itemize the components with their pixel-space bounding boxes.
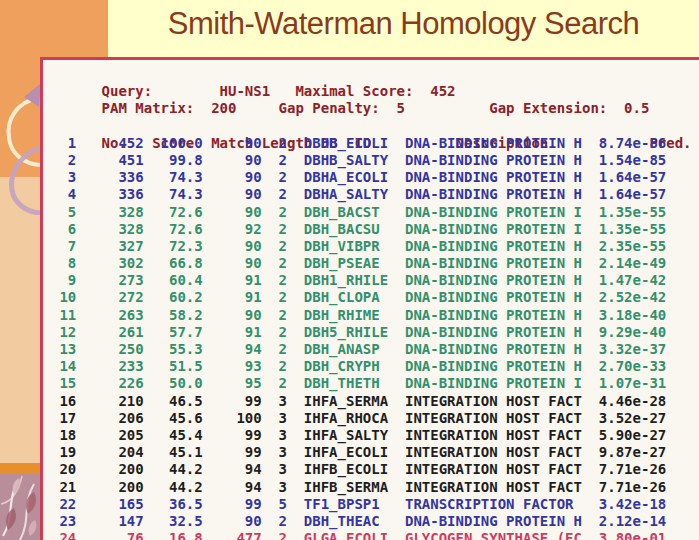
cell-description: DNA-BINDING PROTEIN I — [388, 221, 582, 238]
cell-score: 328 — [76, 204, 143, 221]
cell-id: GLGA_ECOLI — [287, 530, 388, 540]
cell-db: 2 — [262, 324, 287, 341]
cell-match: 57.7 — [144, 324, 203, 341]
cell-db: 2 — [262, 135, 287, 152]
cell-length: 95 — [203, 375, 262, 392]
cell-description: DNA-BINDING PROTEIN H — [388, 238, 582, 255]
cell-pred: 3.18e-40 — [582, 307, 675, 324]
cell-no: 2 — [51, 152, 76, 169]
cell-description: DNA-BINDING PROTEIN H — [388, 135, 582, 152]
cell-description: DNA-BINDING PROTEIN H — [388, 289, 582, 306]
cell-match: 51.5 — [144, 358, 203, 375]
cell-match: 60.2 — [144, 289, 203, 306]
cell-length: 90 — [203, 152, 262, 169]
query-value: HU-NS1 — [220, 83, 296, 100]
cell-score: 328 — [76, 221, 143, 238]
table-row: 2314732.5902DBH_THEACDNA-BINDING PROTEIN… — [51, 513, 699, 530]
cell-length: 94 — [203, 479, 262, 496]
table-row: 1027260.2912DBH_CLOPADNA-BINDING PROTEIN… — [51, 289, 699, 306]
cell-db: 2 — [262, 530, 287, 540]
cell-description: INTEGRATION HOST FACT — [388, 444, 582, 461]
cell-length: 94 — [203, 461, 262, 478]
table-row: 1820545.4993IHFA_SALTYINTEGRATION HOST F… — [51, 427, 699, 444]
cell-id: DBH_BACSU — [287, 221, 388, 238]
cell-description: TRANSCRIPTION FACTOR — [388, 496, 582, 513]
cell-length: 91 — [203, 272, 262, 289]
cell-length: 91 — [203, 289, 262, 306]
cell-no: 19 — [51, 444, 76, 461]
cell-pred: 4.46e-28 — [582, 393, 675, 410]
cell-db: 3 — [262, 393, 287, 410]
cell-description: DNA-BINDING PROTEIN H — [388, 255, 582, 272]
cell-id: IHFB_SERMA — [287, 479, 388, 496]
cell-description: INTEGRATION HOST FACT — [388, 427, 582, 444]
cell-length: 92 — [203, 221, 262, 238]
cell-db: 2 — [262, 255, 287, 272]
cell-score: 452 — [76, 135, 143, 152]
table-row: 1452100.0902DBHB_ECOLIDNA-BINDING PROTEI… — [51, 135, 699, 152]
table-row: 2216536.5995TF1_BPSP1TRANSCRIPTION FACTO… — [51, 496, 699, 513]
table-row: 1522650.0952DBH_THETHDNA-BINDING PROTEIN… — [51, 375, 699, 392]
cell-length: 93 — [203, 358, 262, 375]
cell-id: DBHB_SALTY — [287, 152, 388, 169]
cell-no: 14 — [51, 358, 76, 375]
pam-matrix-label: PAM Matrix: — [102, 100, 212, 117]
query-label: Query: — [102, 83, 220, 100]
cell-id: TF1_BPSP1 — [287, 496, 388, 513]
cell-description: DNA-BINDING PROTEIN H — [388, 272, 582, 289]
cell-description: INTEGRATION HOST FACT — [388, 393, 582, 410]
cell-description: DNA-BINDING PROTEIN H — [388, 186, 582, 203]
cell-length: 477 — [203, 530, 262, 540]
cell-pred: 2.35e-55 — [582, 238, 675, 255]
cell-pred: 3.80e-01 — [582, 530, 675, 540]
cell-no: 15 — [51, 375, 76, 392]
cell-db: 2 — [262, 204, 287, 221]
cell-match: 99.8 — [144, 152, 203, 169]
cell-description: DNA-BINDING PROTEIN H — [388, 152, 582, 169]
floral-pattern-decoration — [0, 474, 41, 540]
gap-extension-label: Gap Extension: — [405, 100, 607, 117]
cell-description: DNA-BINDING PROTEIN H — [388, 169, 582, 186]
cell-no: 7 — [51, 238, 76, 255]
cell-pred: 9.29e-40 — [582, 324, 675, 341]
cell-match: 16.8 — [144, 530, 203, 540]
cell-db: 3 — [262, 410, 287, 427]
cell-score: 302 — [76, 255, 143, 272]
peach-strip-decoration — [0, 177, 41, 463]
cell-no: 20 — [51, 461, 76, 478]
cell-no: 16 — [51, 393, 76, 410]
cell-pred: 1.64e-57 — [582, 186, 675, 203]
cell-score: 200 — [76, 479, 143, 496]
cell-no: 4 — [51, 186, 76, 203]
cell-length: 90 — [203, 255, 262, 272]
cell-match: 36.5 — [144, 496, 203, 513]
cell-match: 72.6 — [144, 204, 203, 221]
cell-no: 8 — [51, 255, 76, 272]
cell-db: 2 — [262, 221, 287, 238]
cell-length: 90 — [203, 186, 262, 203]
cell-pred: 1.54e-85 — [582, 152, 675, 169]
table-row: 1920445.1993IHFA_ECOLIINTEGRATION HOST F… — [51, 444, 699, 461]
cell-pred: 3.32e-37 — [582, 341, 675, 358]
cell-no: 9 — [51, 272, 76, 289]
cell-id: DBHA_SALTY — [287, 186, 388, 203]
cell-score: 200 — [76, 461, 143, 478]
cell-match: 44.2 — [144, 461, 203, 478]
cell-id: DBH_RHIME — [287, 307, 388, 324]
cell-id: DBH_THEAC — [287, 513, 388, 530]
table-row: 1226157.7912DBH5_RHILEDNA-BINDING PROTEI… — [51, 324, 699, 341]
cell-score: 263 — [76, 307, 143, 324]
cell-score: 327 — [76, 238, 143, 255]
cell-db: 2 — [262, 152, 287, 169]
cell-length: 90 — [203, 204, 262, 221]
cell-id: DBH_BACST — [287, 204, 388, 221]
cell-match: 72.6 — [144, 221, 203, 238]
cell-match: 60.4 — [144, 272, 203, 289]
cell-id: DBH5_RHILE — [287, 324, 388, 341]
cell-pred: 1.35e-55 — [582, 221, 675, 238]
cell-id: DBH1_RHILE — [287, 272, 388, 289]
cell-id: DBHB_ECOLI — [287, 135, 388, 152]
table-row: 1325055.3942DBH_ANASPDNA-BINDING PROTEIN… — [51, 341, 699, 358]
cell-no: 3 — [51, 169, 76, 186]
cell-pred: 5.90e-27 — [582, 427, 675, 444]
